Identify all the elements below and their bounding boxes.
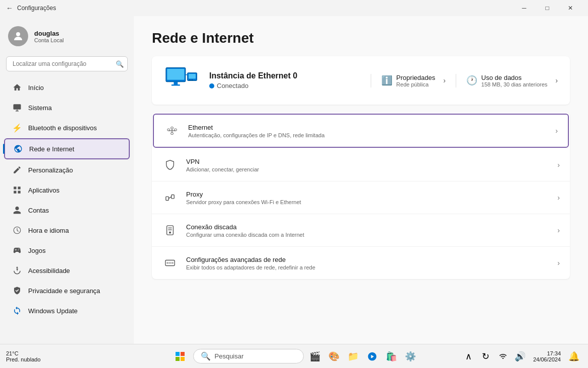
weather-info: 21°C Pred. nublado (6, 350, 41, 362)
sidebar-item-label: Sistema (28, 104, 52, 112)
settings-item-conexao-discada[interactable]: Conexão discada Configurar uma conexão d… (152, 214, 570, 247)
page-title: Rede e Internet (152, 30, 570, 46)
start-button[interactable] (170, 346, 190, 366)
avancadas-item-text: Configurações avançadas de rede Exibir t… (186, 256, 549, 270)
ethernet-status-card: Instância de Ethernet 0 Conectado ℹ️ Pro… (152, 56, 570, 105)
personalizacao-icon (12, 165, 22, 175)
time-display[interactable]: 17:34 24/06/2024 (530, 350, 564, 362)
svg-rect-39 (176, 352, 180, 356)
maximize-button[interactable]: □ (536, 0, 559, 16)
sidebar-item-label: Hora e idioma (28, 227, 69, 234)
chevron-icon: › (557, 161, 560, 169)
sidebar-item-aplicativos[interactable]: Aplicativos (4, 180, 130, 200)
taskbar-store-icon[interactable]: 🛍️ (383, 348, 399, 364)
windows-update-icon (12, 306, 22, 316)
ethernet-item-text: Ethernet Autenticação, configurações de … (188, 124, 547, 138)
svg-point-31 (170, 232, 171, 233)
rede-icon (13, 144, 23, 154)
sidebar-item-acessibilidade[interactable]: Acessibilidade (4, 261, 130, 280)
svg-rect-20 (171, 127, 174, 129)
taskbar-explorer-icon[interactable]: 📁 (345, 348, 361, 364)
svg-rect-4 (14, 187, 16, 189)
settings-item-ethernet[interactable]: Ethernet Autenticação, configurações de … (153, 114, 569, 148)
sidebar-item-label: Windows Update (28, 307, 77, 315)
sidebar-item-label: Início (28, 84, 44, 91)
avancadas-item-icon (162, 255, 178, 271)
sidebar-item-hora[interactable]: Hora e idioma (4, 221, 130, 240)
app-title: Configurações (17, 5, 56, 12)
acessibilidade-icon (12, 265, 22, 275)
ethernet-item-icon (164, 123, 180, 139)
jogos-icon (12, 245, 22, 255)
sidebar-item-jogos[interactable]: Jogos (4, 241, 130, 260)
svg-point-0 (16, 32, 20, 36)
taskbar-center: 🔍 Pesquisar 🎬 🎨 📁 🛍️ ⚙️ (170, 346, 418, 366)
svg-rect-41 (176, 357, 180, 361)
settings-item-vpn[interactable]: VPN Adicionar, conectar, gerenciar › (152, 149, 570, 181)
search-input[interactable] (6, 56, 128, 71)
status-dot (209, 83, 214, 88)
ethernet-name-section: Instância de Ethernet 0 Conectado (209, 71, 361, 89)
settings-list: Ethernet Autenticação, configurações de … (152, 113, 570, 279)
ethernet-status: Conectado (209, 82, 361, 89)
svg-rect-7 (14, 191, 16, 194)
notification-icon[interactable]: 🔔 (566, 348, 582, 364)
svg-rect-27 (166, 197, 169, 200)
svg-rect-22 (171, 133, 174, 135)
svg-point-9 (17, 267, 18, 268)
usage-text: Uso de dados 158 MB, 30 dias anteriores (481, 74, 547, 87)
taskbar-search[interactable]: 🔍 Pesquisar (193, 349, 304, 363)
sidebar-item-bluetooth[interactable]: ⚡ Bluetooth e dispositivos (4, 118, 130, 137)
taskbar-search-text: Pesquisar (215, 352, 244, 360)
svg-rect-15 (189, 74, 196, 78)
app-body: douglas Conta Local 🔍 Início Sistema ⚡ B… (0, 16, 588, 344)
search-icon: 🔍 (116, 60, 124, 68)
weather-desc: Pred. nublado (6, 356, 41, 362)
taskbar-photos2-icon[interactable]: 🎨 (326, 348, 342, 364)
sidebar-item-sistema[interactable]: Sistema (4, 98, 130, 117)
sidebar-item-inicio[interactable]: Início (4, 78, 130, 97)
taskbar-edge-icon[interactable] (364, 348, 380, 364)
avatar (8, 26, 28, 46)
svg-rect-40 (181, 352, 185, 356)
svg-rect-5 (18, 187, 21, 189)
ethernet-large-icon (164, 64, 199, 97)
titlebar-left: ← Configurações (6, 4, 56, 12)
taskbar-settings-icon[interactable]: ⚙️ (402, 348, 418, 364)
proxy-item-icon (162, 190, 178, 206)
tray-volume-icon[interactable]: 🔊 (512, 348, 528, 364)
sidebar-item-personalizacao[interactable]: Personalização (4, 160, 130, 179)
main-content: Rede e Internet (134, 16, 588, 344)
aplicativos-icon (12, 185, 22, 195)
settings-item-configuracoes-avancadas[interactable]: Configurações avançadas de rede Exibir t… (152, 247, 570, 279)
sidebar-item-windows-update[interactable]: Windows Update (4, 301, 130, 320)
svg-line-29 (169, 197, 172, 199)
svg-rect-42 (181, 357, 185, 361)
taskbar-photos-icon[interactable]: 🎬 (307, 348, 323, 364)
user-role: Conta Local (34, 37, 64, 43)
back-button[interactable]: ← (6, 4, 13, 12)
tray-caret[interactable]: ∧ (461, 348, 477, 364)
discada-item-icon (162, 222, 178, 238)
tray-refresh-icon[interactable]: ↻ (478, 348, 494, 364)
search-box[interactable]: 🔍 (6, 56, 128, 71)
settings-item-proxy[interactable]: Proxy Servidor proxy para conexões Wi-Fi… (152, 181, 570, 214)
svg-rect-11 (167, 69, 184, 80)
vpn-item-text: VPN Adicionar, conectar, gerenciar (186, 158, 549, 172)
ethernet-usage[interactable]: 🕐 Uso de dados 158 MB, 30 dias anteriore… (456, 74, 558, 87)
taskbar: 21°C Pred. nublado 🔍 Pesquisar 🎬 🎨 📁 🛍️ … (0, 344, 588, 368)
sys-tray: ∧ ↻ 🔊 (461, 348, 528, 364)
sidebar-item-contas[interactable]: Contas (4, 201, 130, 220)
tray-network-icon[interactable] (495, 348, 511, 364)
usage-icon: 🕐 (466, 75, 477, 86)
sidebar-item-rede[interactable]: Rede e Internet (4, 138, 130, 159)
taskbar-search-icon: 🔍 (201, 351, 211, 361)
close-button[interactable]: ✕ (559, 0, 582, 16)
svg-rect-12 (174, 82, 178, 85)
user-name: douglas (34, 30, 64, 37)
chevron-icon: › (557, 226, 560, 234)
sidebar-item-label: Rede e Internet (29, 145, 74, 153)
sidebar-item-privacidade[interactable]: Privacidade e segurança (4, 281, 130, 300)
minimize-button[interactable]: ─ (513, 0, 536, 16)
ethernet-properties[interactable]: ℹ️ Propriedades Rede pública › (371, 74, 446, 87)
